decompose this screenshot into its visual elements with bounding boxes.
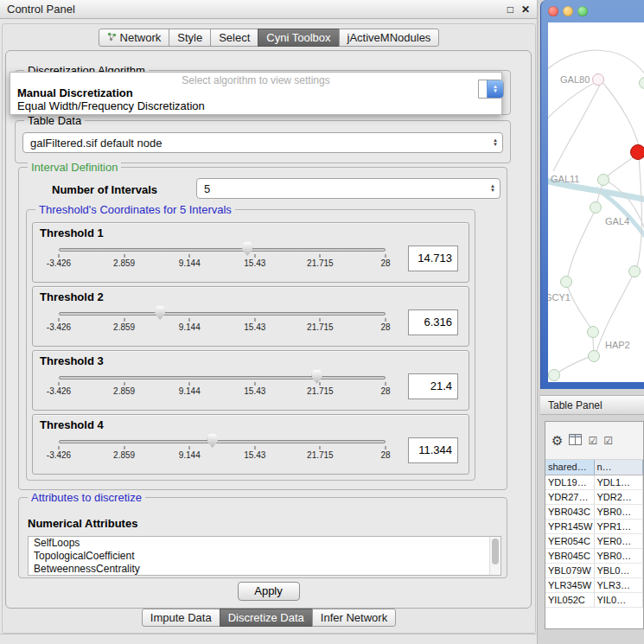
network-node[interactable] (592, 73, 604, 86)
network-node[interactable] (597, 174, 609, 186)
tab-style[interactable]: Style (169, 29, 211, 47)
tick-mark (124, 254, 124, 258)
scale-label: 2.859 (113, 322, 135, 332)
table-row[interactable]: YDR27…YDR2… (545, 490, 643, 505)
table-data-stepper-icon[interactable]: ▲ ▼ (488, 133, 502, 152)
table-data-group: Table Data galFiltered.sif default node … (15, 120, 511, 163)
combo-stepper-icon[interactable]: ▲ ▼ (487, 80, 503, 98)
mac-zoom-button[interactable] (577, 6, 588, 16)
network-node[interactable] (630, 144, 644, 160)
tab-impute-data[interactable]: Impute Data (142, 609, 220, 627)
thresholds-group-title: Threshold's Coordinates for 5 Intervals (35, 203, 235, 216)
tick-mark (189, 382, 190, 386)
tab-label: Discretize Data (228, 611, 304, 624)
list-item[interactable]: SelfLoops (29, 537, 501, 550)
network-node[interactable] (588, 350, 600, 362)
tick-mark (59, 254, 60, 258)
table-row[interactable]: YBL079WYBL0… (545, 564, 643, 578)
select-columns-icon[interactable]: ☑ (603, 435, 613, 447)
slider-scale: -3.4262.8599.14415.4321.71528 (59, 382, 386, 399)
network-node[interactable] (590, 201, 602, 214)
threshold-value[interactable]: 14.713 (408, 245, 458, 271)
threshold-panel: Threshold 3-3.4262.8599.14415.4321.71528… (32, 350, 469, 411)
table-row[interactable]: YIL052CYIL0… (545, 593, 643, 608)
threshold-value[interactable]: 21.4 (408, 373, 458, 399)
list-item[interactable]: TopologicalCoefficient (29, 550, 501, 563)
tick-mark (189, 318, 190, 322)
table-cell: YBR0… (595, 549, 644, 564)
apply-button[interactable]: Apply (238, 582, 300, 601)
tab-label: Select (219, 31, 250, 44)
network-node-label: GCY1 (548, 292, 571, 303)
slider-scale: -3.4262.8599.14415.4321.71528 (59, 254, 386, 271)
column-header[interactable]: n… (595, 460, 644, 475)
select-rows-icon[interactable]: ☑ (588, 435, 597, 447)
table-data-combobox[interactable]: galFiltered.sif default node ▲ ▼ (22, 132, 503, 153)
network-node[interactable] (560, 276, 572, 288)
float-window-icon[interactable]: □ (507, 3, 513, 16)
tab-label: Style (177, 31, 202, 44)
column-header[interactable]: shared… (545, 460, 595, 475)
attributes-group: Attributes to discretize Numerical Attri… (18, 497, 507, 578)
num-intervals-combobox[interactable]: 5 ▲ ▼ (196, 178, 501, 199)
tab-label: Impute Data (150, 611, 212, 624)
control-panel-titlebar: Control Panel □ ✕ (0, 0, 537, 19)
attributes-scrollbar[interactable] (489, 537, 501, 575)
threshold-slider[interactable]: -3.4262.8599.14415.4321.71528 (36, 304, 403, 344)
scrollbar-thumb[interactable] (492, 539, 499, 564)
tick-mark (254, 254, 255, 258)
slider-track (59, 440, 386, 443)
threshold-value[interactable]: 6.316 (408, 309, 458, 335)
table-row[interactable]: YLR345WYLR3… (545, 578, 643, 593)
mac-close-button[interactable] (548, 6, 558, 16)
algorithm-option[interactable]: Equal Width/Frequency Discretization (10, 99, 501, 112)
slider-track-area: -3.4262.8599.14415.4321.71528 (59, 368, 386, 408)
table-row[interactable]: YER054CYER0… (545, 534, 643, 549)
table-cell: YBR0… (595, 505, 644, 520)
threshold-panel: Threshold 4-3.4262.8599.14415.4321.71528… (32, 414, 469, 475)
slider-track (59, 312, 386, 316)
mac-minimize-button[interactable] (563, 6, 573, 16)
tick-mark (124, 446, 124, 450)
tick-mark (386, 318, 386, 322)
tab-cyni-toolbox[interactable]: Cyni Toolbox (258, 29, 339, 47)
table-data-value: galFiltered.sif default node (23, 133, 488, 152)
scale-label: 21.715 (307, 322, 334, 332)
table-cell: YDL1… (595, 475, 644, 490)
network-canvas[interactable]: GAL80GAL11GAL4GCY1HAP2 (548, 22, 644, 382)
table-cell: YPR145W (545, 520, 595, 534)
cyni-toolbox-panel: Discretization Algorithm Select algorith… (5, 50, 532, 609)
network-node[interactable] (587, 326, 599, 338)
table-row[interactable]: YBR043CYBR0… (545, 505, 643, 520)
tab-infer-network[interactable]: Infer Network (312, 609, 396, 627)
network-node[interactable] (548, 369, 560, 381)
threshold-slider[interactable]: -3.4262.8599.14415.4321.71528 (36, 368, 403, 408)
network-node[interactable] (628, 265, 641, 277)
table-row[interactable]: YDL19…YDL1… (545, 475, 643, 490)
close-icon[interactable]: ✕ (521, 3, 530, 16)
algorithm-combo-fragment[interactable]: ▲ ▼ (478, 80, 504, 99)
slider-scale: -3.4262.8599.14415.4321.71528 (59, 318, 386, 335)
scale-label: 28 (380, 386, 390, 396)
threshold-slider[interactable]: -3.4262.8599.14415.4321.71528 (36, 240, 403, 280)
table-panel-titlebar: Table Panel (540, 395, 644, 415)
algorithm-option[interactable]: Manual Discretization (10, 86, 501, 99)
table-panel-title: Table Panel (548, 399, 603, 411)
tab-network[interactable]: Network (99, 29, 170, 47)
stepper-down-icon: ▼ (493, 143, 498, 147)
table-row[interactable]: YBR045CYBR0… (545, 549, 643, 564)
threshold-slider[interactable]: -3.4262.8599.14415.4321.71528 (36, 432, 403, 472)
tick-mark (124, 382, 124, 386)
table-cell: YBL0… (595, 564, 644, 578)
tab-select[interactable]: Select (210, 29, 258, 47)
columns-icon[interactable] (569, 434, 582, 448)
algorithm-placeholder: Select algorithm to view settings (10, 73, 501, 86)
threshold-value[interactable]: 11.344 (408, 437, 458, 463)
gear-icon[interactable]: ⚙ (552, 433, 563, 449)
panel-title: Control Panel (7, 3, 75, 16)
list-item[interactable]: BetweennessCentrality (29, 563, 501, 576)
table-row[interactable]: YPR145WYPR1… (545, 520, 643, 534)
tab-jactivemnodules[interactable]: jActiveMNodules (339, 29, 440, 47)
num-intervals-stepper-icon[interactable]: ▲ ▼ (486, 179, 500, 198)
tab-discretize-data[interactable]: Discretize Data (220, 609, 313, 627)
